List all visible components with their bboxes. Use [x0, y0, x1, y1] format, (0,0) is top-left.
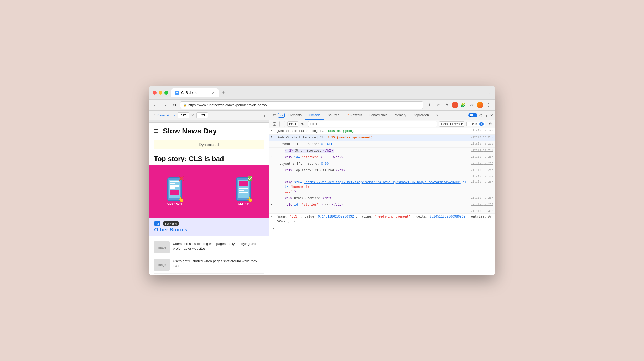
- story-item-1: Image Users find slow-loading web pages …: [154, 239, 264, 256]
- div-1-link[interactable]: vitals.js:267: [469, 154, 495, 159]
- clear-console-button[interactable]: [272, 121, 277, 127]
- forward-button[interactable]: →: [161, 101, 169, 109]
- tab-application[interactable]: Application: [410, 111, 433, 120]
- h1-tag-line: <h1> Top story: CLS is bad </h1>: [274, 167, 469, 174]
- share-icon[interactable]: ⬆: [425, 101, 433, 109]
- devtools-more-icon[interactable]: ⋮: [484, 113, 489, 118]
- img-src-url[interactable]: "https://web-dev.imgix.net/image/admin/7…: [304, 180, 461, 184]
- h1-tag-entry: <h1> Top story: CLS is bad </h1> vitals.…: [269, 167, 495, 174]
- lcp-value: 1816 ms (good): [327, 129, 354, 133]
- inspect-element-icon[interactable]: ⬚: [272, 113, 278, 117]
- div-stories-entry-2: ▶ <div id= "stories" > ··· </div> vitals…: [269, 202, 495, 208]
- h2-close-tag: </h2>: [323, 149, 333, 153]
- maximize-button[interactable]: [164, 91, 168, 95]
- ls1-link[interactable]: vitals.js:265: [469, 141, 495, 146]
- width-input[interactable]: [178, 112, 189, 118]
- cls-value: 0.15 (needs-improvement): [327, 136, 373, 140]
- tab-chevron-icon[interactable]: ⌄: [488, 91, 491, 95]
- tab-sources[interactable]: Sources: [324, 111, 343, 120]
- tab-console[interactable]: Console: [305, 111, 324, 120]
- expand-arrow-obj[interactable]: ▶: [269, 214, 274, 225]
- hamburger-icon[interactable]: ☰: [154, 128, 159, 134]
- devtools-inspect-icon[interactable]: ⬚: [151, 113, 155, 118]
- ls2-link[interactable]: vitals.js:265: [469, 161, 495, 166]
- blank-entry-2: vitals.js:308: [269, 208, 495, 214]
- img-src-attr: src=: [294, 180, 302, 184]
- default-levels-selector[interactable]: Default levels ▾: [439, 121, 464, 127]
- vs-divider: [209, 181, 209, 202]
- ls2-score: 0.004: [321, 162, 330, 166]
- devtools-settings-icon[interactable]: ⚙: [479, 113, 483, 118]
- blank-entry-1: vitals.js:267: [269, 174, 495, 179]
- ls2-line: Layout shift – score: 0.004: [274, 161, 469, 167]
- devtools-panel: ⬚ ▱ Elements Console Sources ⚠ Network: [269, 111, 495, 275]
- ls1-score: 0.1411: [321, 142, 332, 146]
- hero-image: 👆 ❌ CLS = 0.44: [149, 165, 269, 218]
- expand-arrow-div-2[interactable]: ▶: [269, 202, 274, 208]
- dimension-separator: ✕: [191, 113, 194, 117]
- h2-close-tag-2: </h2>: [323, 197, 332, 200]
- expand-arrow-cls[interactable]: ▼: [269, 135, 274, 141]
- split-view-icon[interactable]: ▱: [468, 101, 475, 109]
- bottom-expand-line: [276, 227, 493, 229]
- x-mark-icon: ❌: [179, 176, 184, 181]
- console-settings-icon[interactable]: ⚙: [487, 121, 493, 127]
- active-tab[interactable]: ✦ CLS demo ✕: [171, 88, 219, 97]
- expand-arrow-lcp[interactable]: ▶: [269, 128, 274, 134]
- obj-name-label: {name:: [276, 215, 289, 219]
- console-filter-input[interactable]: [308, 121, 437, 127]
- tab-memory[interactable]: Memory: [391, 111, 410, 120]
- eye-button[interactable]: 👁: [300, 121, 306, 127]
- site-content[interactable]: ☰ Slow News Day Dynamic ad Top story: CL…: [149, 123, 269, 275]
- h2-1-link[interactable]: vitals.js:267: [469, 148, 495, 153]
- profile-avatar[interactable]: [477, 102, 483, 108]
- issues-button[interactable]: 1 Issue: 1: [466, 122, 485, 126]
- device-toolbar-icon[interactable]: ▱: [278, 113, 285, 118]
- h2-2-link[interactable]: vitals.js:267: [469, 195, 495, 200]
- tab-more[interactable]: »: [433, 111, 442, 120]
- minimize-button[interactable]: [159, 91, 162, 95]
- top-frame-selector[interactable]: top ▾: [287, 121, 298, 127]
- back-button[interactable]: ←: [152, 101, 159, 109]
- flag-icon[interactable]: ⚑: [443, 101, 451, 109]
- dimension-arrow[interactable]: ▾: [174, 114, 175, 117]
- record-button[interactable]: [452, 102, 458, 108]
- img-link[interactable]: vitals.js:267: [469, 179, 495, 184]
- cls-link[interactable]: vitals.js:235: [469, 135, 495, 140]
- div-close-1: >: [321, 156, 323, 159]
- tab-elements[interactable]: Elements: [285, 111, 305, 120]
- blank-2-link[interactable]: vitals.js:308: [469, 208, 495, 213]
- expand-arrow-bottom[interactable]: ▶: [272, 226, 276, 230]
- expand-arrow-div-1[interactable]: ▶: [269, 154, 274, 161]
- lcp-entry: ▶ [Web Vitals Extension] LCP 1816 ms (go…: [269, 128, 495, 135]
- pause-button[interactable]: ⏸: [279, 121, 285, 127]
- extensions-icon[interactable]: 🧩: [459, 101, 466, 109]
- devtools-close-icon[interactable]: ✕: [490, 113, 493, 117]
- expand-arrow-img: [269, 179, 274, 195]
- lcp-link[interactable]: vitals.js:235: [469, 128, 495, 133]
- story-thumb-2: Image: [154, 259, 170, 271]
- bookmark-icon[interactable]: ☆: [434, 101, 442, 109]
- object-line: {name: 'CLS' , value: 0.1451186286098693…: [274, 214, 495, 225]
- refresh-button[interactable]: ↻: [171, 101, 178, 109]
- height-input[interactable]: [196, 112, 208, 118]
- viewport-more-icon[interactable]: ⋮: [262, 113, 267, 118]
- dimension-label[interactable]: Dimensio...: [157, 114, 173, 117]
- tab-elements-label: Elements: [288, 113, 302, 117]
- div-2-link[interactable]: vitals.js:267: [469, 202, 495, 207]
- tabs-area: ✦ CLS demo ✕ + ⌄: [171, 88, 491, 97]
- blank-1-line: [274, 174, 469, 179]
- ad-banner: Dynamic ad: [154, 140, 264, 149]
- more-menu-icon[interactable]: ⋮: [485, 101, 492, 109]
- console-content[interactable]: ▶ [Web Vitals Extension] LCP 1816 ms (go…: [269, 128, 495, 275]
- blank-1-link[interactable]: vitals.js:267: [469, 174, 495, 179]
- address-bar[interactable]: 🔒 https://www.tunetheweb.com/experiments…: [180, 101, 423, 109]
- tab-performance[interactable]: Performance: [366, 111, 391, 120]
- close-button[interactable]: [153, 91, 157, 95]
- img-close-tag: >: [294, 190, 296, 194]
- new-tab-button[interactable]: +: [220, 90, 227, 96]
- tab-network[interactable]: ⚠ Network: [343, 111, 366, 120]
- browser-window: ✦ CLS demo ✕ + ⌄ ← → ↻ 🔒 https://www.tun…: [149, 86, 495, 275]
- tab-close-button[interactable]: ✕: [212, 91, 215, 95]
- h1-link[interactable]: vitals.js:267: [469, 167, 495, 172]
